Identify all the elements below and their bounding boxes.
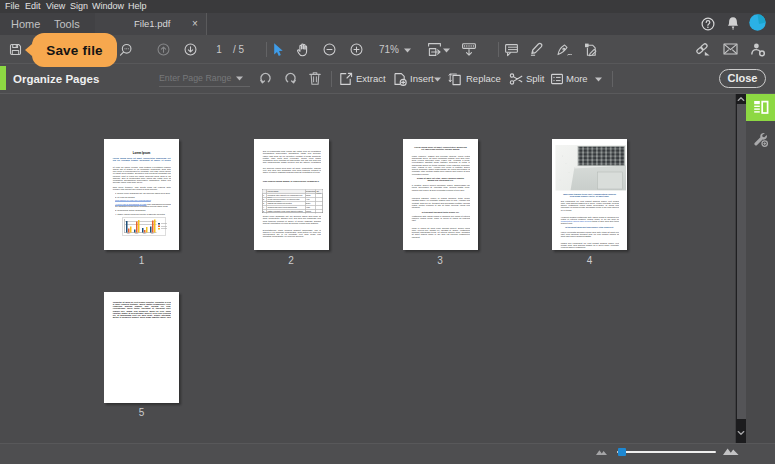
more-caret-icon[interactable]: [595, 77, 602, 82]
extract-button[interactable]: Extract: [356, 64, 386, 94]
fit-width-icon[interactable]: [461, 42, 477, 57]
select-pointer-icon[interactable]: [271, 42, 284, 57]
chevron-up-icon: [736, 94, 746, 104]
page-1-surface[interactable]: [104, 139, 179, 250]
page-range-input[interactable]: Enter Page Range: [159, 70, 250, 87]
page-number-4: 4: [552, 255, 627, 266]
page-number-1: 1: [104, 255, 179, 266]
page-thumbnail-3[interactable]: Lorem ipsum dolor sit amet, consectetuer…: [403, 139, 478, 250]
status-bar: [0, 443, 775, 464]
menu-view[interactable]: View: [46, 0, 65, 13]
edit-page-icon[interactable]: [583, 42, 599, 57]
tools-wrench-icon[interactable]: [746, 126, 775, 152]
menu-sign[interactable]: Sign: [70, 0, 88, 13]
tab-bar: Home Tools File1.pdf ×: [0, 13, 775, 35]
page-thumbnail-1[interactable]: Lorem Ipsum Lorem ipsum dolor sit amet, …: [104, 139, 179, 250]
page-thumbnail-5[interactable]: Curabitur at lacus ac velit ornare lobor…: [104, 292, 179, 403]
page-thumbnail-4[interactable]: Maecenas tempus tellus eget, condimentum…: [552, 139, 627, 250]
rotate-right-icon[interactable]: [283, 71, 298, 86]
zoom-in-mountains-icon[interactable]: [723, 446, 739, 455]
page-number-5: 5: [104, 407, 179, 418]
sign-pen-icon[interactable]: [556, 42, 573, 57]
tab-tools[interactable]: Tools: [54, 13, 80, 35]
organize-pages-title: Organize Pages: [13, 64, 99, 94]
zoom-level-value[interactable]: 71%: [379, 35, 399, 64]
zoom-out-mountain-icon[interactable]: [596, 448, 608, 455]
document-tab-close-icon[interactable]: ×: [192, 13, 198, 35]
help-icon[interactable]: [701, 17, 715, 31]
page-count-label: / 5: [233, 35, 244, 64]
toolbar-separator: [266, 42, 267, 57]
zoom-in-icon[interactable]: [350, 43, 363, 56]
page-thumbnail-2[interactable]: Sed ut perspiciatis unde omnis iste natu…: [254, 139, 329, 250]
orgbar-separator: [331, 71, 332, 87]
share-link-icon[interactable]: [695, 42, 711, 57]
organize-accent-bar: [0, 66, 6, 90]
close-button[interactable]: Close: [719, 69, 766, 88]
more-button[interactable]: More: [566, 64, 588, 94]
zoom-dropdown-caret-icon[interactable]: [404, 48, 411, 53]
page-range-placeholder: Enter Page Range: [159, 73, 231, 83]
chevron-down-icon: [736, 428, 746, 438]
user-avatar[interactable]: [749, 14, 766, 31]
right-panel-strip: [746, 94, 775, 443]
notifications-bell-icon[interactable]: [726, 16, 740, 31]
split-scissors-icon[interactable]: [509, 72, 523, 86]
page-3-surface[interactable]: [403, 139, 478, 250]
organize-panel-icon: [753, 100, 769, 115]
toolbar-separator: [498, 42, 499, 57]
page-2-surface[interactable]: [254, 139, 329, 250]
tab-home[interactable]: Home: [11, 13, 40, 35]
thumbnails-canvas: Lorem Ipsum Lorem ipsum dolor sit amet, …: [0, 94, 735, 443]
search-icon[interactable]: [119, 43, 133, 57]
menu-file[interactable]: File: [5, 0, 20, 13]
page-number-3: 3: [403, 255, 478, 266]
insert-caret-icon[interactable]: [434, 77, 441, 82]
thumbnail-size-slider-handle[interactable]: [618, 448, 626, 456]
document-tab[interactable]: File1.pdf ×: [95, 13, 207, 35]
vertical-scrollbar[interactable]: [735, 94, 746, 443]
callout-arrow: [25, 44, 32, 56]
comment-icon[interactable]: [504, 43, 519, 57]
save-icon[interactable]: [9, 43, 22, 56]
email-icon[interactable]: [723, 43, 738, 55]
next-page-icon[interactable]: [184, 43, 197, 56]
replace-pages-icon[interactable]: [448, 72, 462, 86]
hand-pan-icon[interactable]: [295, 42, 310, 57]
scrollbar-thumb[interactable]: [737, 104, 746, 419]
insert-pages-icon[interactable]: [393, 72, 407, 86]
orgbar-separator: [612, 71, 613, 87]
menu-window[interactable]: Window: [92, 0, 124, 13]
delete-pages-trash-icon[interactable]: [308, 71, 322, 86]
current-page-field[interactable]: 1: [209, 35, 229, 64]
thumbnail-size-slider-track[interactable]: [617, 451, 716, 453]
organize-pages-bar: Extract Insert Replace Split: [0, 64, 775, 94]
extract-pages-icon[interactable]: [339, 72, 353, 86]
user-settings-icon[interactable]: [750, 42, 766, 57]
fit-dropdown-caret-icon[interactable]: [443, 48, 450, 53]
zoom-out-icon[interactable]: [323, 43, 336, 56]
more-options-icon[interactable]: [550, 72, 564, 86]
menu-edit[interactable]: Edit: [25, 0, 41, 13]
organize-panel-tab[interactable]: [746, 94, 775, 121]
previous-page-icon[interactable]: [157, 43, 170, 56]
save-file-callout: Save file: [32, 33, 117, 67]
rotate-left-icon[interactable]: [258, 71, 273, 86]
highlight-pen-icon[interactable]: [529, 42, 544, 57]
page-5-surface[interactable]: [104, 292, 179, 403]
page-4-surface[interactable]: [552, 139, 627, 250]
document-tab-label: File1.pdf: [134, 13, 170, 35]
pdf-editor-window: File Edit View Sign Window Help Home Too…: [0, 0, 775, 464]
page-number-2: 2: [254, 255, 329, 266]
fit-page-icon[interactable]: [427, 42, 442, 57]
insert-button[interactable]: Insert: [410, 64, 434, 94]
replace-button[interactable]: Replace: [466, 64, 501, 94]
callout-label: Save file: [46, 43, 103, 58]
split-button[interactable]: Split: [526, 64, 544, 94]
menu-bar: File Edit View Sign Window Help: [0, 0, 775, 13]
menu-help[interactable]: Help: [128, 0, 147, 13]
